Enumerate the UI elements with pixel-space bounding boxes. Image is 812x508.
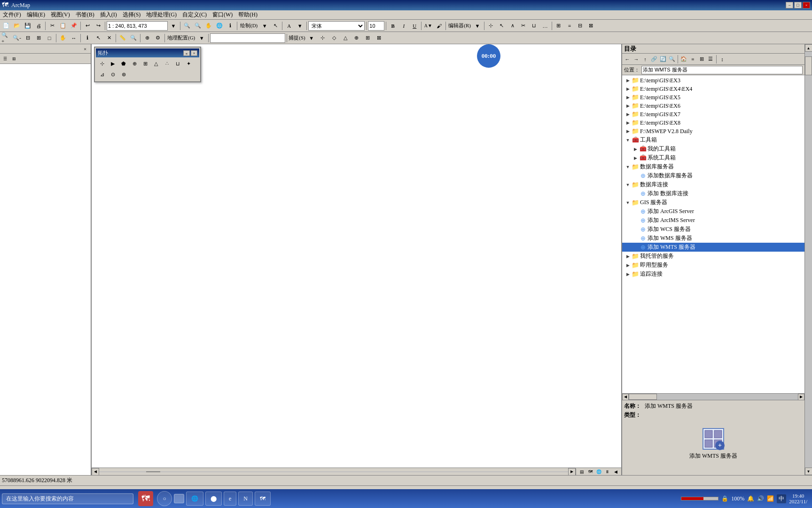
taskbar-ie[interactable]: e [224,492,236,506]
cat-details[interactable]: ≡ [688,55,697,64]
location-input[interactable] [641,66,803,74]
task-btn3[interactable]: ⊟ [575,21,586,31]
taskbar-arcgis-icon[interactable]: 🗺 [138,491,153,506]
taskbar-arcmap[interactable]: 🗺 [255,492,271,506]
zoom-out-button[interactable]: 🔍 [193,21,203,31]
topo-btn8[interactable]: ⊔ [172,58,183,69]
tray-icon2[interactable]: 🔔 [747,495,754,502]
task-btn4[interactable]: ⊠ [586,21,596,31]
redo-button[interactable]: ↪ [93,21,103,31]
capture-dropdown[interactable]: ▼ [306,33,317,43]
undo-button[interactable]: ↩ [82,21,93,31]
pan2[interactable]: ✋ [58,33,68,43]
zoom-full[interactable]: ⊟ [23,33,33,43]
taskbar-chrome[interactable]: ⬤ [205,492,222,506]
tree-item-add-db-server[interactable]: ⊕ 添加数据库服务器 [622,171,804,180]
menu-customize[interactable]: 自定义(C) [180,10,210,20]
underline-button[interactable]: U [409,21,420,31]
text-tool[interactable]: A [284,21,294,31]
zoom-select[interactable]: □ [44,33,55,43]
tray-icon4[interactable]: 📶 [767,495,774,502]
more-tools[interactable]: … [540,21,550,31]
expand-ex4[interactable]: ▶ [624,85,632,93]
tree-item-db-servers[interactable]: ▼ 📁 数据库服务器 [622,162,804,171]
print-button[interactable]: 🖨 [33,21,44,31]
edit-vertices[interactable]: ⊹ [486,21,496,31]
topo-btn1[interactable]: ⊹ [97,58,107,69]
tree-item-ex7[interactable]: ▶ 📁 E:\temp\GIS\EX7 [622,110,804,119]
tree-item-my-hosted[interactable]: ▶ 📁 我托管的服务 [622,252,804,261]
identify2[interactable]: ℹ [82,33,93,43]
full-extent-button[interactable]: 🌐 [214,21,225,31]
expand-my-hosted[interactable]: ▶ [624,253,632,260]
menu-window[interactable]: 窗口(W) [210,10,235,20]
toc-close[interactable]: × [81,45,89,53]
zoom-layer[interactable]: ⊞ [33,33,44,43]
tree-item-ready-services[interactable]: ▶ 📁 即用型服务 [622,261,804,270]
expand-ready-services[interactable]: ▶ [624,262,632,269]
task-btn2[interactable]: ≡ [564,21,575,31]
cat-hscroll-left[interactable]: ◀ [622,394,629,400]
hscroll-thumb[interactable] [146,471,160,472]
floating-close[interactable]: × [191,50,197,56]
expand-ex6[interactable]: ▶ [624,102,632,110]
topo-btn7[interactable]: ∴ [162,58,172,69]
highlight-button[interactable]: 🖌 [434,21,444,31]
tree-item-add-db-conn[interactable]: ⊕ 添加 数据库连接 [622,189,804,198]
add-layer[interactable]: ⊕ [142,33,152,43]
topo-btn9[interactable]: ✦ [183,58,194,69]
font-select[interactable]: 宋体 [308,21,365,31]
expand-ex7[interactable]: ▶ [624,111,632,118]
vscroll-thumb[interactable] [805,56,812,75]
cat-list[interactable]: ☰ [706,55,715,64]
tree-item-add-wms[interactable]: ⊕ 添加 WMS 服务器 [622,234,804,243]
reshape-tool[interactable]: ∧ [508,21,518,31]
ime-indicator[interactable]: 中 [777,494,786,503]
cat-up[interactable]: ↑ [641,55,649,64]
tree-item-add-arcims[interactable]: ⊕ 添加 ArcIMS Server [622,216,804,225]
bold-button[interactable]: B [388,21,398,31]
color-button[interactable]: A▼ [423,21,433,31]
capture-btn2[interactable]: ◇ [329,33,339,43]
taskbar-search[interactable]: 在这里输入你要搜索的内容 [2,493,133,504]
identify-button[interactable]: ℹ [225,21,235,31]
tray-icon3[interactable]: 🔊 [757,495,764,502]
close-button[interactable]: × [803,2,810,8]
menu-bookmarks[interactable]: 书签(B) [73,10,97,20]
tree-item-gis-servers[interactable]: ▼ 📁 GIS 服务器 [622,198,804,207]
menu-geoprocessing[interactable]: 地理处理(G) [143,10,180,20]
expand-track-conn[interactable]: ▶ [624,270,632,278]
cut-button[interactable]: ✂ [47,21,57,31]
taskbar-onenote[interactable]: N [238,492,253,506]
draw-dropdown[interactable]: ▼ [259,21,270,31]
capture-btn4[interactable]: ⊕ [351,33,362,43]
floating-toolbar-header[interactable]: 拓扑 « × [96,48,199,57]
cat-hscroll-track[interactable] [629,394,798,400]
cat-back[interactable]: ← [623,55,632,64]
expand-ex8[interactable]: ▶ [624,119,632,127]
expand-ex3[interactable]: ▶ [624,77,632,84]
task-btn1[interactable]: ⊞ [554,21,564,31]
topo-btn5[interactable]: ⊞ [140,58,150,69]
toc-view1[interactable]: ☰ [1,55,9,63]
tree-item-ex4[interactable]: ▶ 📁 E:\temp\GIS\EX4\EX4 [622,85,804,93]
cat-hscroll-thumb[interactable] [629,394,657,400]
capture-btn6[interactable]: ⊠ [374,33,384,43]
select2[interactable]: ↖ [93,33,103,43]
menu-insert[interactable]: 插入(I) [97,10,120,20]
cat-forward[interactable]: → [632,55,640,64]
taskbar-edge[interactable]: 🌐 [186,492,203,506]
tree-item-track-conn[interactable]: ▶ 📁 追踪连接 [622,270,804,278]
toc-view2[interactable]: ⊞ [10,55,18,63]
capture-btn5[interactable]: ⊞ [363,33,373,43]
layer-props[interactable]: ⚙ [153,33,163,43]
cat-search[interactable]: 🔍 [668,55,676,64]
topo-btn4[interactable]: ⊕ [129,58,140,69]
pan-button[interactable]: ✋ [203,21,214,31]
cat-expand[interactable]: ↕ [718,55,726,64]
union-tool[interactable]: ⊔ [529,21,539,31]
tree-item-my-toolbox[interactable]: ▶ 🧰 我的工具箱 [622,144,804,153]
tree-item-ex6[interactable]: ▶ 📁 E:\temp\GIS\EX6 [622,102,804,110]
expand-my-toolbox[interactable]: ▶ [632,145,639,153]
floating-expand[interactable]: « [183,50,190,56]
